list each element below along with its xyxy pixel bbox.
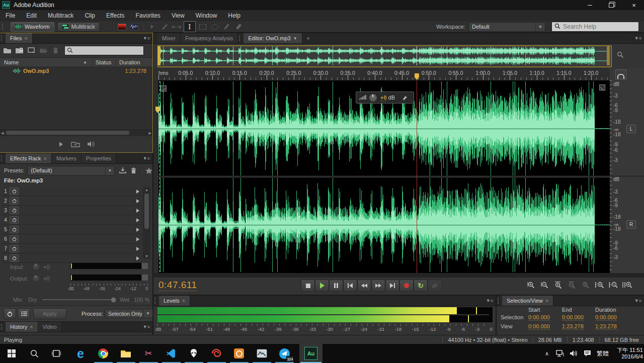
corner-handle-icon[interactable] xyxy=(160,85,167,92)
zoom-out-button[interactable] xyxy=(541,281,549,289)
insert-into-multitrack-button[interactable] xyxy=(38,46,48,55)
workspace-dropdown[interactable]: Default▼ xyxy=(468,22,545,32)
effect-slot-arrow[interactable] xyxy=(136,237,139,241)
close-tab-icon[interactable]: × xyxy=(44,156,47,161)
menubar-item[interactable]: Effects xyxy=(101,10,130,21)
effect-slot-row[interactable]: 1 xyxy=(2,187,142,196)
navigator-right-handle[interactable] xyxy=(607,46,610,65)
delete-preset-icon[interactable] xyxy=(131,167,136,174)
favorite-star-icon[interactable] xyxy=(145,167,152,174)
column-status[interactable]: Status xyxy=(92,59,116,65)
navigator-playhead[interactable] xyxy=(417,46,417,65)
effect-power-button[interactable] xyxy=(10,226,19,233)
menubar-item[interactable]: Edit xyxy=(21,10,42,21)
move-tool[interactable] xyxy=(147,22,157,31)
scrollbar-thumb[interactable] xyxy=(144,194,149,229)
file-name[interactable]: OwO.mp3 xyxy=(23,68,49,74)
effect-slot-arrow[interactable] xyxy=(136,209,139,213)
vertical-scale-icon[interactable] xyxy=(615,69,626,79)
menubar-item[interactable]: View xyxy=(166,10,190,21)
effect-slot-row[interactable]: 4 xyxy=(2,216,142,225)
effect-slot-arrow[interactable] xyxy=(136,199,139,203)
channel-left-button[interactable]: L xyxy=(626,125,636,133)
taskbar-clock[interactable]: 下午 11:51 2016/6/4 xyxy=(612,344,643,363)
effect-slot-row[interactable]: 5 xyxy=(2,225,142,234)
action-center-icon[interactable] xyxy=(581,344,594,363)
delete-file-button[interactable] xyxy=(50,46,60,55)
row-end-value[interactable]: 1:23.278 xyxy=(562,323,584,330)
zoom-in-horizontal-button[interactable] xyxy=(554,281,562,289)
row-start-value[interactable]: 0:00.000 xyxy=(528,314,550,321)
tab-frequency-analysis[interactable]: Frequency Analysis xyxy=(181,33,238,43)
panel-grip[interactable] xyxy=(154,298,157,304)
effect-slot-arrow[interactable] xyxy=(136,247,139,251)
loop-preview-icon[interactable] xyxy=(71,141,80,147)
multitrack-view-button[interactable]: Multitrack xyxy=(57,22,100,32)
close-tab-icon[interactable]: × xyxy=(24,36,27,41)
pin-icon[interactable] xyxy=(402,95,408,101)
record-button[interactable] xyxy=(399,280,414,292)
input-gain-knob[interactable] xyxy=(32,263,40,270)
taskbar-search-button[interactable] xyxy=(23,344,45,363)
zoom-out-horizontal-button[interactable] xyxy=(568,281,576,289)
panel-grip[interactable] xyxy=(239,35,242,41)
menubar-item[interactable]: Clip xyxy=(79,10,101,21)
effect-power-button[interactable] xyxy=(10,245,19,252)
effect-power-button[interactable] xyxy=(10,197,19,205)
close-tab-icon[interactable]: × xyxy=(182,298,185,304)
rewind-button[interactable] xyxy=(357,280,371,292)
file-explorer-taskbar-icon[interactable] xyxy=(115,344,137,363)
row-start-value[interactable]: 0:00.000 xyxy=(528,323,550,330)
panel-menu-icon[interactable]: ▼≡ xyxy=(634,298,641,303)
zoom-reset-button[interactable] xyxy=(582,281,590,289)
search-help-input[interactable] xyxy=(551,22,639,32)
effect-power-button[interactable] xyxy=(10,235,19,243)
panel-menu-icon[interactable]: ▼≡ xyxy=(634,36,641,41)
skip-to-start-button[interactable] xyxy=(343,280,357,292)
skip-to-end-button[interactable] xyxy=(385,280,399,292)
tab-video[interactable]: Video xyxy=(38,322,62,332)
mix-slider-track[interactable] xyxy=(42,299,115,300)
tab-markers[interactable]: Markers xyxy=(52,153,82,163)
audition-taskbar-icon[interactable]: Au xyxy=(299,344,323,363)
volume-hud[interactable]: +0 dB xyxy=(356,92,414,104)
hud-gain-value[interactable]: +0 xyxy=(380,95,387,101)
close-button[interactable]: × xyxy=(625,0,643,10)
playhead-line[interactable] xyxy=(417,80,417,273)
tab-history[interactable]: History× xyxy=(6,322,38,332)
navigator-zoom-icon[interactable] xyxy=(617,51,624,58)
effect-power-button[interactable] xyxy=(10,254,19,262)
preview-play-icon[interactable] xyxy=(59,142,63,147)
zoom-in-button[interactable] xyxy=(527,281,535,289)
spectral-display-button[interactable] xyxy=(117,22,127,31)
effect-slot-row[interactable]: 6 xyxy=(2,235,142,244)
menubar-item[interactable]: Multitrack xyxy=(42,10,79,21)
tab-editor[interactable]: Editor: OwO.mp3▼ xyxy=(244,33,302,43)
navigator-left-handle[interactable] xyxy=(157,46,160,65)
effect-power-button[interactable] xyxy=(10,188,19,195)
lasso-selection-tool[interactable] xyxy=(210,22,220,31)
toolbar-grip[interactable] xyxy=(2,24,5,30)
files-search-input[interactable] xyxy=(64,46,144,55)
menubar-item[interactable]: File xyxy=(0,10,21,21)
menubar-item[interactable]: Help xyxy=(222,10,246,21)
effect-slot-row[interactable]: 2 xyxy=(2,197,142,206)
apply-button[interactable]: Apply xyxy=(33,308,66,319)
time-display[interactable]: 0:47.611 xyxy=(158,280,197,291)
zoom-to-selection-button[interactable] xyxy=(622,281,632,289)
panel-menu-icon[interactable]: ▼≡ xyxy=(143,324,150,329)
panel-grip[interactable] xyxy=(1,324,4,330)
tab-levels[interactable]: Levels× xyxy=(159,296,190,306)
tab-effects-rack[interactable]: Effects Rack× xyxy=(6,153,52,163)
effect-slot-arrow[interactable] xyxy=(136,256,139,260)
chrome-taskbar-icon[interactable] xyxy=(92,344,114,363)
channel-right-button[interactable]: R xyxy=(626,220,636,229)
tab-files[interactable]: Files× xyxy=(6,33,33,43)
effect-slot-row[interactable]: 3 xyxy=(2,206,142,215)
ime-indicator[interactable]: 繁體 xyxy=(594,344,611,363)
loop-playback-button[interactable]: ↻ xyxy=(414,280,428,292)
effect-slot-row[interactable]: 7 xyxy=(2,244,142,253)
effects-scrollbar[interactable]: ▲ ▼ xyxy=(143,187,150,259)
alien-app-taskbar-icon[interactable] xyxy=(183,344,205,363)
photo-viewer-taskbar-icon[interactable] xyxy=(251,344,273,363)
